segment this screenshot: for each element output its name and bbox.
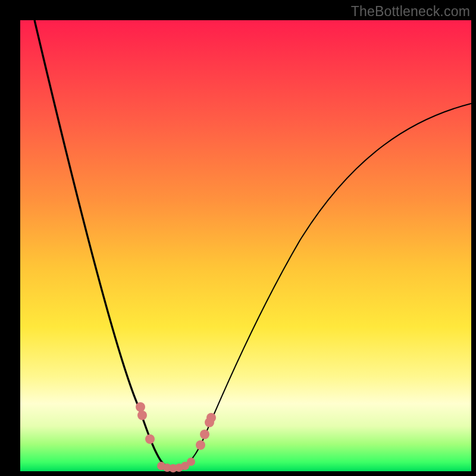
chart-svg: [20, 20, 471, 471]
bead: [145, 434, 155, 444]
bead: [200, 430, 209, 439]
bead: [187, 458, 195, 466]
bead: [136, 402, 145, 412]
bead: [196, 440, 205, 450]
watermark-text: TheBottleneck.com: [351, 4, 470, 20]
frame: TheBottleneck.com: [0, 0, 476, 476]
curve-right: [170, 104, 471, 468]
bead: [206, 413, 216, 422]
curve-left: [35, 20, 170, 468]
plot-area: [20, 20, 471, 471]
beads-group: [136, 402, 216, 472]
bead: [137, 411, 147, 420]
